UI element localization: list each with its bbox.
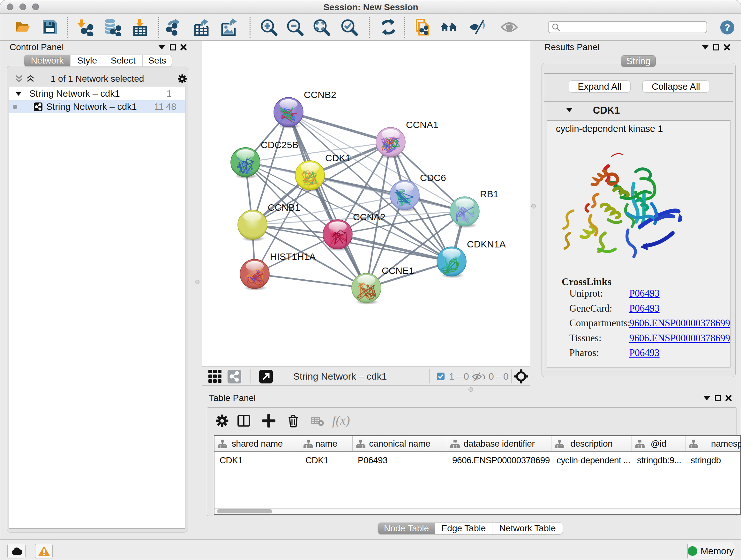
status-bar: Memory bbox=[0, 539, 741, 560]
network-collection-row[interactable]: String Network – cdk1 1 bbox=[9, 87, 185, 100]
network-options-gear-icon[interactable] bbox=[178, 74, 187, 83]
scrollbar-thumb[interactable] bbox=[217, 509, 272, 513]
tab-style[interactable]: Style bbox=[71, 55, 104, 67]
memory-status-dot bbox=[688, 546, 697, 556]
warnings-button[interactable] bbox=[35, 544, 53, 558]
column-header-namespace[interactable]: namespace bbox=[685, 436, 741, 451]
table-row[interactable]: CDK1CDK1P064939606.ENSP00000378699cyclin… bbox=[214, 452, 740, 469]
apply-layout-icon[interactable] bbox=[380, 18, 397, 36]
separator bbox=[285, 369, 285, 383]
node-label-CDC6: CDC6 bbox=[420, 172, 446, 183]
network-node-CCNA1[interactable]: CCNA1 bbox=[376, 119, 439, 159]
float-panel-icon[interactable] bbox=[703, 396, 711, 400]
tab-node-table[interactable]: Node Table bbox=[378, 522, 435, 535]
export-image-icon[interactable] bbox=[219, 18, 238, 36]
copy-style-icon[interactable] bbox=[414, 18, 432, 36]
export-table-icon[interactable] bbox=[192, 18, 210, 36]
crosslink-link[interactable]: 9606.ENSP00000378699 bbox=[629, 332, 730, 344]
crosslinks-title: CrossLinks bbox=[562, 276, 630, 288]
import-table-file-icon[interactable] bbox=[131, 18, 149, 36]
delete-column-icon[interactable] bbox=[286, 414, 300, 428]
toolbar-separator bbox=[369, 17, 370, 38]
table-options-gear-icon[interactable] bbox=[215, 414, 229, 428]
open-session-icon[interactable] bbox=[14, 18, 32, 36]
network-node-CDKN1A[interactable]: CDKN1A bbox=[437, 239, 506, 278]
control-panel-title: Control Panel bbox=[10, 42, 64, 52]
cdk1-section-header[interactable]: CDK1 bbox=[544, 102, 733, 120]
search-input[interactable] bbox=[548, 21, 707, 33]
tab-sets[interactable]: Sets bbox=[143, 55, 172, 67]
tab-edge-table[interactable]: Edge Table bbox=[435, 522, 492, 535]
column-header-sharedname[interactable]: shared name bbox=[214, 436, 300, 451]
section-expander-icon[interactable] bbox=[566, 108, 572, 112]
network-node-RB1[interactable]: RB1 bbox=[450, 189, 498, 228]
table-cell[interactable]: cyclin-dependent ... bbox=[551, 452, 632, 469]
crosslink-link[interactable]: P06493 bbox=[629, 288, 660, 299]
protein-description: cyclin-dependent kinase 1 bbox=[556, 124, 663, 134]
cloud-button[interactable] bbox=[7, 544, 25, 558]
network-node-CCNE1[interactable]: CCNE1 bbox=[352, 265, 414, 305]
split-divider-handle[interactable] bbox=[531, 204, 536, 208]
column-header-id[interactable]: @id bbox=[632, 436, 685, 451]
column-header-canonicalname[interactable]: canonical name bbox=[353, 436, 447, 451]
crosslink-link[interactable]: P06493 bbox=[629, 347, 660, 359]
zoom-out-icon[interactable] bbox=[286, 18, 304, 36]
show-all-icon[interactable] bbox=[500, 18, 518, 36]
grid-view-icon[interactable] bbox=[208, 370, 222, 383]
first-neighbors-icon[interactable] bbox=[440, 18, 458, 36]
network-node-HIST1H1A[interactable]: HIST1H1A bbox=[240, 251, 316, 291]
table-cell[interactable]: CDK1 bbox=[214, 452, 300, 469]
app-window: Session: New Session bbox=[0, 0, 741, 560]
export-network-icon[interactable] bbox=[165, 18, 184, 36]
fit-selected-crosshair-icon[interactable] bbox=[514, 369, 528, 383]
node-count: 11 bbox=[154, 102, 164, 112]
memory-button[interactable]: Memory bbox=[687, 543, 734, 559]
tree-expander-icon[interactable] bbox=[15, 91, 22, 96]
zoom-in-icon[interactable] bbox=[260, 18, 278, 36]
collapse-all-button[interactable]: Collapse All bbox=[643, 80, 710, 92]
network-canvas[interactable]: CCNB2CCNA1CDC25BCDK1CDC6RB1CCNB1CCNA2CDK… bbox=[202, 41, 530, 366]
maximize-panel-icon[interactable] bbox=[715, 395, 721, 401]
network-row[interactable]: String Network – cdk1 11 48 bbox=[9, 100, 185, 113]
column-header-databaseidentifier[interactable]: database identifier bbox=[447, 436, 551, 451]
help-icon[interactable]: ? bbox=[720, 20, 735, 35]
table-cell[interactable]: stringdb:9... bbox=[632, 452, 685, 469]
save-session-icon[interactable] bbox=[41, 18, 59, 36]
column-header-name[interactable]: name bbox=[300, 436, 353, 451]
table-cell[interactable]: CDK1 bbox=[300, 452, 353, 469]
split-divider-handle[interactable] bbox=[468, 387, 473, 392]
close-panel-icon[interactable] bbox=[724, 44, 730, 51]
network-birdseye-icon[interactable] bbox=[227, 370, 241, 383]
hide-selected-icon[interactable] bbox=[469, 18, 487, 36]
close-panel-icon[interactable] bbox=[725, 395, 732, 401]
split-divider-handle[interactable] bbox=[195, 280, 199, 284]
tab-string[interactable]: String bbox=[621, 55, 656, 67]
svg-text:?: ? bbox=[724, 22, 730, 33]
table-cell[interactable]: 9606.ENSP00000378699 bbox=[447, 452, 551, 469]
crosslink-link[interactable]: P06493 bbox=[629, 303, 660, 314]
show-columns-icon[interactable] bbox=[237, 414, 251, 428]
close-panel-icon[interactable] bbox=[180, 44, 187, 51]
network-view-title: String Network – cdk1 bbox=[293, 371, 387, 382]
crosslink-link[interactable]: 9606.ENSP00000378699 bbox=[629, 317, 730, 329]
maximize-panel-icon[interactable] bbox=[170, 44, 176, 51]
tab-network[interactable]: Network bbox=[24, 55, 71, 67]
horizontal-scrollbar[interactable] bbox=[214, 508, 740, 514]
selected-checkbox-icon[interactable] bbox=[437, 373, 445, 380]
float-panel-icon[interactable] bbox=[158, 45, 165, 50]
node-table: shared namenamecanonical namedatabase id… bbox=[214, 435, 741, 515]
tab-network-table[interactable]: Network Table bbox=[492, 522, 563, 535]
table-cell[interactable]: stringdb bbox=[685, 452, 741, 469]
column-header-description[interactable]: description bbox=[551, 436, 632, 451]
table-cell[interactable]: P06493 bbox=[353, 452, 447, 469]
expand-all-button[interactable]: Expand All bbox=[569, 80, 630, 92]
zoom-fit-icon[interactable] bbox=[313, 18, 330, 36]
maximize-panel-icon[interactable] bbox=[713, 44, 719, 51]
import-network-file-icon[interactable] bbox=[76, 18, 94, 36]
detach-view-icon[interactable] bbox=[259, 370, 273, 383]
float-panel-icon[interactable] bbox=[702, 45, 709, 50]
create-column-icon[interactable] bbox=[262, 414, 275, 428]
tab-select[interactable]: Select bbox=[104, 55, 143, 67]
zoom-selected-icon[interactable] bbox=[340, 18, 358, 36]
import-network-database-icon[interactable] bbox=[103, 18, 121, 36]
